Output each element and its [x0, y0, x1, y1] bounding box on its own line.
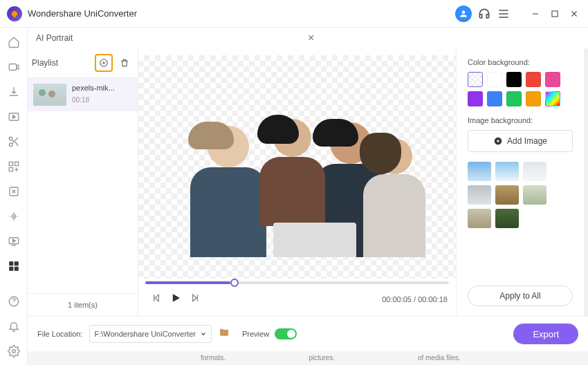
image-bg-label: Image background:	[468, 116, 573, 124]
sidebar-compress[interactable]	[6, 184, 21, 198]
time-current: 00:00:05	[382, 295, 412, 303]
bg-thumb[interactable]	[523, 162, 546, 181]
color-swatch[interactable]	[545, 72, 560, 87]
plus-circle-icon	[99, 58, 109, 68]
maximize-button[interactable]	[548, 7, 562, 21]
menu-button[interactable]	[497, 7, 511, 21]
play-button[interactable]	[169, 291, 183, 308]
compress-icon	[8, 185, 20, 198]
sidebar-video[interactable]	[6, 59, 21, 74]
playlist-item-duration: 00:18	[72, 96, 115, 104]
sidebar-settings[interactable]	[6, 344, 21, 358]
scissors-icon	[8, 135, 20, 148]
color-swatch[interactable]	[468, 72, 483, 87]
sidebar-edit[interactable]	[6, 134, 21, 149]
bg-thumb[interactable]	[523, 185, 546, 205]
bg-image-thumbs	[468, 162, 573, 228]
timeline-track[interactable]	[145, 281, 449, 284]
time-display: 00:00:05 / 00:00:18	[382, 295, 448, 303]
file-location-select[interactable]: F:\Wondershare UniConverter	[89, 325, 212, 343]
svg-rect-11	[14, 261, 18, 265]
svg-rect-7	[9, 167, 12, 171]
playlist-item[interactable]: pexels-mik... 00:18	[28, 78, 138, 111]
home-icon	[8, 36, 20, 48]
sidebar-merge[interactable]	[6, 159, 21, 174]
playlist-label: Playlist	[32, 58, 92, 68]
export-button[interactable]: Export	[513, 324, 578, 344]
timeline-thumb[interactable]	[230, 279, 239, 287]
color-swatch[interactable]	[506, 91, 522, 106]
file-location-label: File Location:	[37, 330, 82, 338]
bell-icon	[8, 320, 20, 333]
sidebar	[0, 28, 28, 365]
color-swatches	[468, 72, 573, 106]
playlist-count: 1 item(s)	[28, 293, 138, 316]
svg-point-15	[12, 349, 15, 353]
bg-thumb[interactable]	[468, 185, 491, 205]
play-icon	[169, 291, 183, 305]
prev-frame-button[interactable]	[151, 292, 162, 306]
sidebar-record[interactable]	[6, 234, 21, 248]
sidebar-player[interactable]	[6, 109, 21, 124]
minimize-button[interactable]	[529, 7, 542, 21]
screen-play-icon	[8, 235, 20, 247]
wave-icon	[8, 210, 20, 223]
sidebar-toolbox[interactable]	[6, 259, 21, 273]
apply-all-label: Apply to All	[499, 291, 540, 301]
foreground-subject	[169, 77, 425, 257]
bg-thumb[interactable]	[495, 185, 519, 205]
apps-icon	[8, 260, 20, 272]
svg-rect-6	[15, 162, 18, 165]
open-folder-button[interactable]	[219, 327, 230, 341]
playlist-thumbnail	[33, 84, 66, 106]
account-button[interactable]	[455, 6, 472, 22]
color-swatch[interactable]	[487, 91, 502, 106]
color-swatch[interactable]	[487, 72, 502, 87]
bg-thumb[interactable]	[468, 162, 491, 181]
support-button[interactable]	[477, 7, 491, 21]
delete-file-button[interactable]	[116, 54, 134, 72]
download-icon	[8, 86, 20, 98]
export-label: Export	[533, 329, 559, 339]
bg-thumb[interactable]	[468, 209, 491, 228]
svg-rect-5	[9, 162, 12, 165]
color-bg-label: Color background:	[468, 58, 573, 66]
user-icon	[459, 9, 468, 19]
close-button[interactable]	[567, 7, 581, 21]
svg-rect-12	[9, 266, 13, 270]
preview-toggle[interactable]	[275, 328, 297, 339]
bg-thumb[interactable]	[495, 209, 519, 228]
chevron-down-icon	[200, 330, 207, 337]
timeline-progress	[145, 281, 230, 284]
svg-rect-13	[14, 266, 18, 270]
add-image-button[interactable]: Add Image	[468, 130, 573, 152]
sidebar-audio[interactable]	[6, 209, 21, 223]
time-total: 00:00:18	[418, 295, 448, 303]
color-swatch[interactable]	[526, 91, 541, 106]
trash-icon	[120, 58, 129, 68]
video-icon	[8, 61, 20, 73]
grid-plus-icon	[8, 160, 20, 173]
maximize-icon	[550, 9, 560, 19]
sidebar-notify[interactable]	[6, 319, 21, 333]
color-swatch[interactable]	[468, 91, 483, 106]
minimize-icon	[531, 9, 540, 19]
apply-all-button[interactable]: Apply to All	[468, 286, 573, 306]
next-frame-button[interactable]	[190, 292, 201, 306]
add-file-button[interactable]	[95, 54, 113, 72]
color-swatch[interactable]	[526, 72, 541, 87]
color-swatch[interactable]	[506, 72, 522, 87]
step-forward-icon	[190, 292, 201, 303]
bg-thumb[interactable]	[495, 162, 519, 181]
sidebar-help[interactable]	[6, 294, 21, 308]
background-cards: formats. pictures. of media files.	[28, 351, 588, 365]
sidebar-download[interactable]	[6, 84, 21, 99]
plus-icon	[493, 136, 503, 146]
panel-close-button[interactable]: ×	[308, 32, 580, 44]
step-back-icon	[151, 292, 162, 303]
help-icon	[8, 295, 20, 308]
color-swatch[interactable]	[545, 91, 560, 106]
sidebar-home[interactable]	[6, 35, 21, 49]
svg-rect-10	[9, 261, 13, 265]
headset-icon	[477, 7, 491, 21]
